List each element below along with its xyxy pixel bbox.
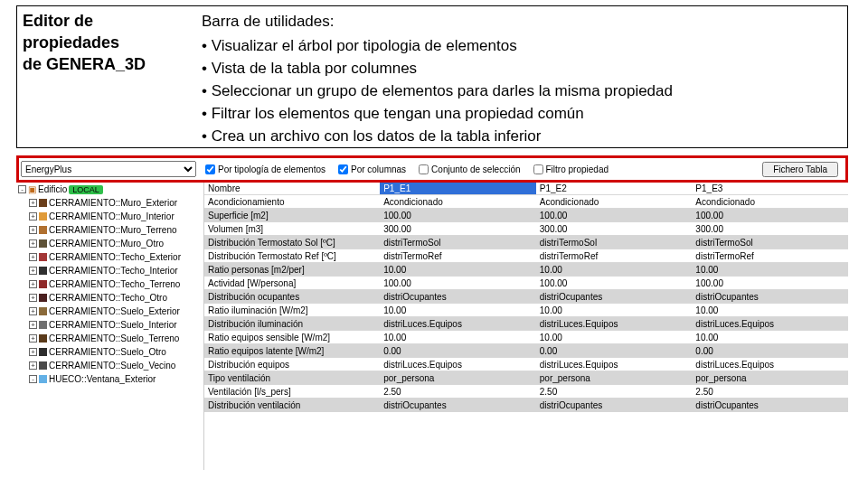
check-tipologia-box[interactable]: [205, 164, 215, 174]
expand-icon[interactable]: +: [29, 267, 37, 275]
row-value-cell[interactable]: distriOcupantes: [692, 399, 848, 412]
tree-item[interactable]: +CERRAMIENTO::Suelo_Interior: [16, 318, 203, 332]
row-value-cell[interactable]: 10.00: [380, 331, 536, 344]
row-label-cell[interactable]: Tipo ventilación: [204, 371, 380, 385]
table-row[interactable]: Ratio iluminación [W/m2]10.0010.0010.00: [204, 304, 848, 317]
table-row[interactable]: Actividad [W/persona]100.00100.00100.00: [204, 277, 848, 290]
row-value-cell[interactable]: distriTermoSol: [692, 236, 848, 249]
row-value-cell[interactable]: Acondicionado: [692, 195, 848, 209]
collapse-icon[interactable]: -: [29, 375, 37, 383]
row-label-cell[interactable]: Distribución iluminación: [204, 317, 380, 331]
row-label-cell[interactable]: Distribución Termostato Ref [ºC]: [204, 249, 380, 263]
row-value-cell[interactable]: distriTermoRef: [692, 249, 848, 263]
row-label-cell[interactable]: Distribución ventilación: [204, 399, 380, 412]
element-tree[interactable]: - ▣ Edificio LOCAL +CERRAMIENTO::Muro_Ex…: [16, 181, 204, 470]
row-value-cell[interactable]: distriOcupantes: [536, 290, 693, 304]
check-columnas[interactable]: Por columnas: [338, 164, 406, 174]
row-value-cell[interactable]: por_persona: [380, 371, 536, 385]
row-value-cell[interactable]: 10.00: [692, 304, 848, 317]
row-value-cell[interactable]: 100.00: [380, 209, 536, 222]
tree-item[interactable]: +CERRAMIENTO::Suelo_Terreno: [16, 332, 203, 345]
collapse-icon[interactable]: -: [18, 185, 26, 193]
table-row[interactable]: Ratio equipos sensible [W/m2]10.0010.001…: [204, 331, 848, 344]
table-row[interactable]: Ventilación [l/s_pers]2.502.502.50: [204, 385, 848, 399]
tree-item[interactable]: +CERRAMIENTO::Suelo_Vecino: [16, 359, 203, 372]
col-p1e3[interactable]: P1_E3: [692, 182, 848, 195]
table-row[interactable]: Ratio equipos latente [W/m2]0.000.000.00: [204, 344, 848, 358]
table-row[interactable]: Superficie [m2]100.00100.00100.00: [204, 209, 848, 222]
row-value-cell[interactable]: 300.00: [380, 222, 536, 236]
expand-icon[interactable]: +: [29, 321, 37, 329]
col-p1e1[interactable]: P1_E1: [380, 182, 536, 195]
row-value-cell[interactable]: 2.50: [692, 385, 848, 399]
tree-item[interactable]: +CERRAMIENTO::Suelo_Exterior: [16, 305, 203, 318]
row-value-cell[interactable]: 2.50: [536, 385, 693, 399]
row-value-cell[interactable]: distriLuces.Equipos: [380, 358, 536, 371]
row-value-cell[interactable]: 100.00: [536, 209, 693, 222]
row-value-cell[interactable]: 10.00: [536, 331, 693, 344]
row-label-cell[interactable]: Ventilación [l/s_pers]: [204, 385, 380, 399]
row-value-cell[interactable]: 300.00: [536, 222, 693, 236]
expand-icon[interactable]: +: [29, 239, 37, 248]
row-value-cell[interactable]: 2.50: [380, 385, 536, 399]
property-grid[interactable]: Nombre P1_E1 P1_E2 P1_E3 Acondicionamien…: [204, 181, 848, 470]
col-p1e2[interactable]: P1_E2: [536, 182, 693, 195]
row-value-cell[interactable]: distriTermoRef: [380, 249, 536, 263]
table-row[interactable]: Distribución ventilacióndistriOcupantesd…: [204, 399, 848, 412]
tree-item[interactable]: +CERRAMIENTO::Muro_Terreno: [16, 223, 203, 237]
table-header-row[interactable]: Nombre P1_E1 P1_E2 P1_E3: [204, 182, 848, 195]
row-value-cell[interactable]: 0.00: [536, 344, 693, 358]
table-row[interactable]: Distribución iluminacióndistriLuces.Equi…: [204, 317, 848, 331]
expand-icon[interactable]: +: [29, 294, 37, 302]
row-value-cell[interactable]: distriTermoSol: [380, 236, 536, 249]
tree-item[interactable]: +CERRAMIENTO::Techo_Terreno: [16, 277, 203, 291]
table-row[interactable]: Ratio personas [m2/per]10.0010.0010.00: [204, 263, 848, 277]
table-row[interactable]: Volumen [m3]300.00300.00300.00: [204, 222, 848, 236]
tree-item[interactable]: +CERRAMIENTO::Techo_Interior: [16, 264, 203, 277]
row-label-cell[interactable]: Superficie [m2]: [204, 209, 380, 222]
table-row[interactable]: Distribución equiposdistriLuces.Equiposd…: [204, 358, 848, 371]
tree-item[interactable]: +CERRAMIENTO::Muro_Interior: [16, 210, 203, 223]
property-table[interactable]: Nombre P1_E1 P1_E2 P1_E3 Acondicionamien…: [204, 181, 848, 412]
fichero-tabla-button[interactable]: Fichero Tabla: [762, 162, 838, 177]
tree-item[interactable]: -HUECO::Ventana_Exterior: [16, 372, 203, 386]
row-value-cell[interactable]: distriOcupantes: [380, 399, 536, 412]
expand-icon[interactable]: +: [29, 226, 37, 234]
row-value-cell[interactable]: 10.00: [380, 304, 536, 317]
row-value-cell[interactable]: 10.00: [536, 304, 693, 317]
check-filtro[interactable]: Filtro propiedad: [533, 164, 609, 174]
check-conjunto[interactable]: Conjunto de selección: [419, 164, 520, 174]
row-value-cell[interactable]: distriLuces.Equipos: [692, 358, 848, 371]
row-value-cell[interactable]: 0.00: [692, 344, 848, 358]
col-nombre[interactable]: Nombre: [204, 182, 380, 195]
row-label-cell[interactable]: Distribución ocupantes: [204, 290, 380, 304]
row-label-cell[interactable]: Ratio equipos sensible [W/m2]: [204, 331, 380, 344]
tree-item[interactable]: +CERRAMIENTO::Muro_Otro: [16, 237, 203, 250]
tree-item[interactable]: +CERRAMIENTO::Techo_Exterior: [16, 250, 203, 264]
row-label-cell[interactable]: Ratio personas [m2/per]: [204, 263, 380, 277]
row-value-cell[interactable]: por_persona: [536, 371, 693, 385]
row-label-cell[interactable]: Ratio iluminación [W/m2]: [204, 304, 380, 317]
row-value-cell[interactable]: distriLuces.Equipos: [380, 317, 536, 331]
expand-icon[interactable]: +: [29, 307, 37, 315]
row-value-cell[interactable]: 10.00: [692, 331, 848, 344]
row-value-cell[interactable]: 0.00: [380, 344, 536, 358]
check-tipologia[interactable]: Por tipología de elementos: [205, 164, 326, 174]
check-columnas-box[interactable]: [338, 164, 348, 174]
row-value-cell[interactable]: 300.00: [692, 222, 848, 236]
table-row[interactable]: Distribución ocupantesdistriOcupantesdis…: [204, 290, 848, 304]
check-filtro-box[interactable]: [533, 164, 543, 174]
row-value-cell[interactable]: distriLuces.Equipos: [692, 317, 848, 331]
row-value-cell[interactable]: 10.00: [692, 263, 848, 277]
row-value-cell[interactable]: 100.00: [692, 277, 848, 290]
tree-item[interactable]: +CERRAMIENTO::Techo_Otro: [16, 291, 203, 305]
row-value-cell[interactable]: distriOcupantes: [692, 290, 848, 304]
expand-icon[interactable]: +: [29, 199, 37, 207]
expand-icon[interactable]: +: [29, 334, 37, 343]
expand-icon[interactable]: +: [29, 280, 37, 288]
row-value-cell[interactable]: distriTermoSol: [536, 236, 693, 249]
table-row[interactable]: Tipo ventilaciónpor_personapor_personapo…: [204, 371, 848, 385]
row-value-cell[interactable]: distriLuces.Equipos: [536, 317, 693, 331]
table-row[interactable]: Distribución Termostato Sol [ºC]distriTe…: [204, 236, 848, 249]
row-value-cell[interactable]: 10.00: [380, 263, 536, 277]
